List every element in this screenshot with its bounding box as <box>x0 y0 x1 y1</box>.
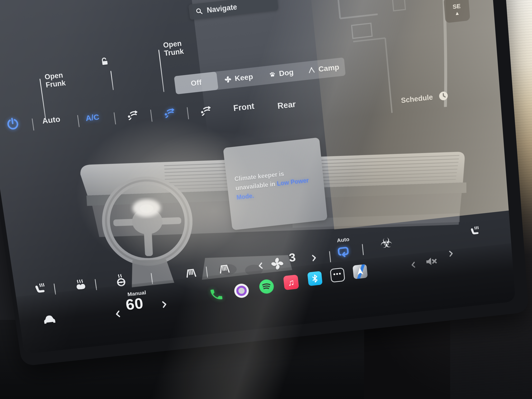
paw-icon <box>268 70 276 79</box>
divider <box>114 112 116 124</box>
status-message: Climate keeper is unavailable in Low Pow… <box>226 165 325 203</box>
nav-arrow-icon <box>355 266 365 277</box>
unlock-button[interactable] <box>99 56 110 67</box>
temp-value[interactable]: 60 <box>125 294 144 314</box>
fan-icon <box>224 75 232 83</box>
divider <box>150 110 153 122</box>
screen-content: SE ▲ Navigate Open Frunk Open Trunk <box>0 0 516 354</box>
clock-icon <box>437 89 450 102</box>
dashcam-icon <box>234 283 250 298</box>
tent-icon <box>307 66 316 74</box>
rear-seat-heater-icon <box>468 226 481 238</box>
chevron-left-icon <box>256 261 265 270</box>
dashcam-app-button[interactable] <box>234 283 250 298</box>
open-trunk-line2: Trunk <box>164 48 184 58</box>
ac-button[interactable]: A/C <box>85 112 100 123</box>
biohazard-icon: ☣ <box>379 235 393 251</box>
bluetooth-app-button[interactable] <box>307 271 322 286</box>
airflow-feet-button[interactable] <box>198 103 213 118</box>
power-icon <box>5 116 21 131</box>
bluetooth-icon <box>307 271 322 286</box>
rear-defrost-icon <box>217 261 232 275</box>
music-app-button[interactable]: ♫ <box>283 274 299 290</box>
car-controls-button[interactable] <box>40 310 58 326</box>
open-frunk-button[interactable]: Open Frunk <box>44 71 66 89</box>
airflow-face-icon <box>125 108 140 122</box>
car-icon <box>40 310 58 326</box>
phone-app-button[interactable] <box>208 287 225 302</box>
airflow-face-feet-icon <box>162 106 177 120</box>
ellipsis-glyph: ••• <box>333 270 342 278</box>
rear-defrost-icon-button[interactable] <box>217 261 232 275</box>
status-message-panel: Climate keeper is unavailable in Low Pow… <box>223 137 327 230</box>
ellipsis-icon: ••• <box>330 268 345 283</box>
divider <box>187 107 189 119</box>
compass[interactable]: SE ▲ <box>444 0 470 23</box>
open-trunk-button[interactable]: Open Trunk <box>163 39 184 58</box>
navigate-label: Navigate <box>206 3 238 15</box>
climate-power-button[interactable] <box>5 116 21 131</box>
recirculation-icon <box>335 243 351 259</box>
divider <box>32 118 34 131</box>
search-icon <box>194 7 203 16</box>
climate-keeper-keep-label: Keep <box>234 72 253 83</box>
music-app-icon: ♫ <box>283 274 299 290</box>
navigation-app-icon <box>353 264 368 279</box>
fan-speed-up-button[interactable] <box>310 253 319 262</box>
compass-arrow-icon: ▲ <box>454 10 460 16</box>
climate-keeper-camp-label: Camp <box>318 63 340 74</box>
navigation-app-button[interactable] <box>353 264 368 279</box>
bioweapon-defense-button[interactable]: ☣ <box>379 235 393 251</box>
chevron-right-icon <box>159 300 169 309</box>
spotify-app-button[interactable] <box>259 279 275 294</box>
airflow-face-button[interactable] <box>125 108 140 122</box>
lock-handle-line <box>110 71 113 90</box>
trunk-handle-line <box>158 50 164 92</box>
chevron-right-icon <box>310 253 319 262</box>
phone-icon <box>208 287 225 302</box>
airflow-feet-icon <box>198 103 213 118</box>
temp-up-button[interactable] <box>159 300 169 309</box>
spotify-icon <box>259 279 275 294</box>
touchscreen: SE ▲ Navigate Open Frunk Open Trunk <box>0 0 529 366</box>
compass-heading: SE <box>452 2 461 10</box>
fan-speed-down-button[interactable] <box>256 261 265 270</box>
climate-auto-button[interactable]: Auto <box>42 115 61 126</box>
fan-speed-value: 3 <box>288 250 296 265</box>
rear-defrost-label-button[interactable]: Rear <box>277 99 296 111</box>
frunk-handle-line <box>40 79 46 118</box>
unlock-icon <box>99 56 110 67</box>
schedule-label: Schedule <box>401 93 433 105</box>
chevron-left-icon <box>113 309 123 319</box>
recirculation-button[interactable] <box>335 243 351 259</box>
climate-keeper-dog-label: Dog <box>279 68 294 78</box>
temp-down-button[interactable] <box>113 309 123 319</box>
climate-keeper-off-label: Off <box>190 78 202 88</box>
music-note-icon: ♫ <box>287 277 295 288</box>
app-drawer-button[interactable]: ••• <box>330 268 345 283</box>
airflow-face-feet-button[interactable] <box>162 106 177 120</box>
divider <box>77 115 79 127</box>
rear-seat-heater-button[interactable] <box>468 226 481 238</box>
open-frunk-line2: Frunk <box>45 79 66 89</box>
